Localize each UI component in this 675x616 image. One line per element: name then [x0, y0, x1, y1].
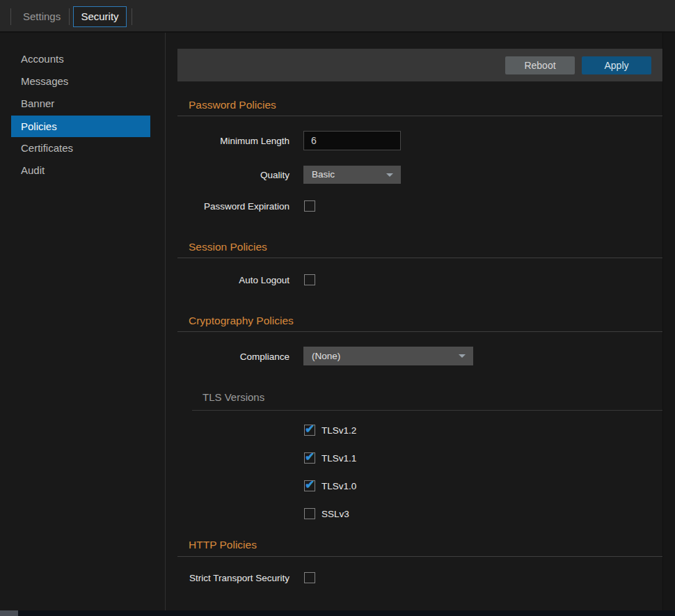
- sidebar-item-audit[interactable]: Audit: [0, 159, 165, 182]
- compliance-selected-value: (None): [312, 351, 340, 361]
- section-title-session-policies: Session Policies: [189, 241, 267, 253]
- tlsv1-1-label: TLSv1.1: [321, 453, 356, 464]
- nav-divider: [10, 8, 11, 25]
- nav-divider: [132, 8, 132, 25]
- reboot-button[interactable]: Reboot: [505, 56, 575, 74]
- section-title-http-policies: HTTP Policies: [189, 539, 257, 551]
- tlsv1-2-checkbox[interactable]: [304, 425, 315, 436]
- tlsv1-1-checkbox[interactable]: [304, 452, 315, 464]
- section-divider: [177, 116, 662, 116]
- sidebar-item-certificates[interactable]: Certificates: [0, 137, 165, 159]
- compliance-select[interactable]: (None): [303, 347, 473, 365]
- tlsv1-0-checkbox[interactable]: [304, 480, 315, 491]
- quality-select[interactable]: Basic: [303, 166, 401, 184]
- subsection-divider: [192, 410, 662, 411]
- auto-logout-checkbox[interactable]: [304, 274, 315, 285]
- tlsv1-2-label: TLSv1.2: [321, 425, 356, 436]
- sslv3-label: SSLv3: [321, 509, 349, 520]
- section-divider: [177, 331, 662, 332]
- sidebar-item-accounts[interactable]: Accounts: [0, 48, 165, 70]
- password-expiration-checkbox[interactable]: [304, 200, 315, 212]
- chevron-down-icon: [459, 354, 466, 358]
- compliance-label: Compliance: [165, 352, 289, 363]
- strict-transport-security-checkbox[interactable]: [304, 572, 315, 583]
- tab-settings[interactable]: Settings: [23, 0, 61, 33]
- section-divider: [177, 258, 662, 258]
- security-policies-page: Settings Security Accounts Messages Bann…: [0, 0, 675, 616]
- minimum-length-input[interactable]: [303, 131, 401, 150]
- chevron-down-icon: [386, 173, 393, 177]
- action-toolbar: Reboot Apply: [177, 49, 662, 81]
- strict-transport-security-label: Strict Transport Security: [165, 573, 289, 584]
- sslv3-checkbox[interactable]: [304, 508, 315, 519]
- nav-divider: [69, 8, 70, 25]
- sidebar-item-messages[interactable]: Messages: [0, 70, 165, 93]
- quality-selected-value: Basic: [312, 169, 335, 180]
- vertical-scrollbar-gutter[interactable]: [662, 33, 675, 610]
- section-title-cryptography-policies: Cryptography Policies: [189, 315, 294, 327]
- sidebar: Accounts Messages Banner Policies Certif…: [0, 33, 165, 610]
- sidebar-divider: [165, 33, 166, 610]
- horizontal-scrollbar-track[interactable]: [0, 610, 675, 616]
- minimum-length-label: Minimum Length: [165, 136, 289, 147]
- password-expiration-label: Password Expiration: [165, 201, 289, 212]
- tlsv1-0-label: TLSv1.0: [321, 481, 356, 492]
- section-title-password-policies: Password Policies: [189, 99, 276, 111]
- subsection-title-tls-versions: TLS Versions: [202, 391, 264, 404]
- tab-security[interactable]: Security: [73, 6, 127, 27]
- auto-logout-label: Auto Logout: [165, 275, 289, 286]
- apply-button[interactable]: Apply: [582, 56, 651, 74]
- quality-label: Quality: [165, 170, 289, 181]
- sidebar-item-banner[interactable]: Banner: [0, 93, 165, 115]
- top-navbar: Settings Security: [0, 0, 675, 33]
- sidebar-item-policies[interactable]: Policies: [11, 116, 150, 137]
- horizontal-scrollbar-thumb[interactable]: [0, 610, 18, 616]
- section-divider: [177, 556, 662, 557]
